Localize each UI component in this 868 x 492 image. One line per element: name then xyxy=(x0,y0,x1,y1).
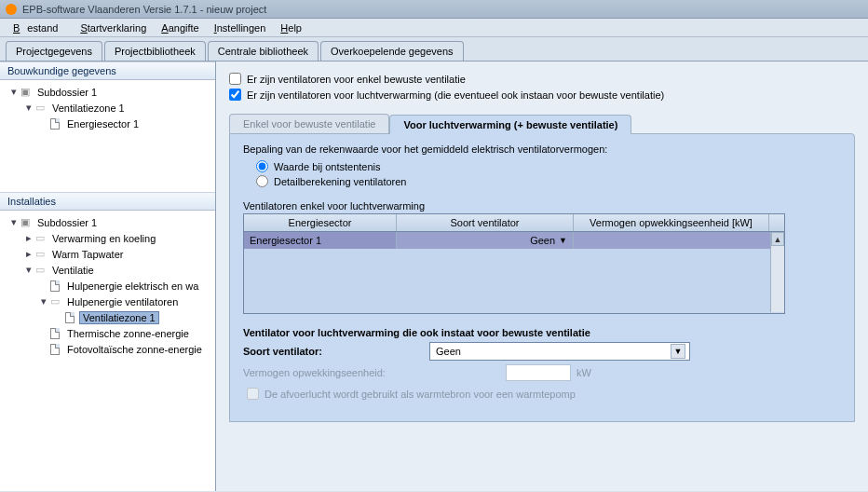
sub-tabstrip: Enkel voor bewuste ventilatie Voor lucht… xyxy=(229,114,855,133)
tree-collapse-icon[interactable]: ▾ xyxy=(24,102,34,114)
tree-collapse-icon[interactable]: ▾ xyxy=(24,264,34,276)
tree-collapse-icon[interactable]: ▾ xyxy=(9,216,19,228)
folder-icon: ▭ xyxy=(34,233,47,244)
tree-node-warm-tapwater[interactable]: ▸ ▭ Warm Tapwater xyxy=(4,246,211,262)
dropdown-arrow-icon[interactable]: ▼ xyxy=(559,236,567,245)
ventilatoren-table: Energiesector Soort ventilator Vermogen … xyxy=(243,213,785,314)
tree-node-hulp-elektrisch[interactable]: Hulpenergie elektrisch en wa xyxy=(4,278,211,294)
menu-aangifte[interactable]: Aangifte xyxy=(154,20,206,35)
document-icon xyxy=(63,312,76,323)
menu-help[interactable]: Help xyxy=(273,20,309,35)
tab-projectgegevens[interactable]: Projectgegevens xyxy=(6,41,102,61)
document-icon xyxy=(48,344,61,355)
cell-soort-ventilator[interactable]: Geen ▼ xyxy=(397,232,574,249)
panel-header-installaties: Installaties xyxy=(0,192,215,211)
tab-overkoepelende-gegevens[interactable]: Overkoepelende gegevens xyxy=(320,41,463,61)
radio-waarde-ontstentenis[interactable]: Waarde bij ontstentenis xyxy=(243,160,841,172)
app-icon xyxy=(6,4,17,15)
table-row[interactable]: Energiesector 1 Geen ▼ xyxy=(244,232,784,249)
folder-icon: ▭ xyxy=(48,296,61,308)
tree-bouwkundige: ▾ ▣ Subdossier 1 ▾ ▭ Ventilatiezone 1 En… xyxy=(0,80,215,192)
panel-header-bouwkundige: Bouwkundige gegevens xyxy=(0,62,215,80)
folder-icon: ▣ xyxy=(19,87,32,98)
tree-node-verwarming[interactable]: ▸ ▭ Verwarming en koeling xyxy=(4,230,211,246)
folder-icon: ▭ xyxy=(34,102,47,114)
label-soort-ventilator: Soort ventilator: xyxy=(243,346,429,357)
tree-node-subdossier1-b[interactable]: ▾ ▣ Subdossier 1 xyxy=(4,214,211,230)
checkbox-enkel-bewuste-input[interactable] xyxy=(229,73,241,85)
th-energiesector[interactable]: Energiesector xyxy=(244,214,397,231)
scroll-up-icon[interactable]: ▲ xyxy=(771,232,784,246)
checkbox-luchtverwarming-input[interactable] xyxy=(229,89,241,101)
checkbox-luchtverwarming[interactable]: Er zijn ventilatoren voor luchtverwarmin… xyxy=(229,89,855,101)
tree-collapse-icon[interactable]: ▾ xyxy=(39,295,48,308)
selected-tree-label: Ventilatiezone 1 xyxy=(79,311,159,324)
checkbox-afvoerlucht-input xyxy=(247,388,259,400)
tree-node-subdossier1[interactable]: ▾ ▣ Subdossier 1 xyxy=(4,84,211,100)
input-vermogen[interactable] xyxy=(506,364,571,381)
tab-centrale-bibliotheek[interactable]: Centrale bibliotheek xyxy=(208,41,319,61)
folder-icon: ▭ xyxy=(34,249,47,260)
table-header: Energiesector Soort ventilator Vermogen … xyxy=(244,214,784,232)
cell-energiesector: Energiesector 1 xyxy=(244,232,397,249)
menu-instellingen[interactable]: Instellingen xyxy=(207,20,274,35)
section-title-ventilator-bewuste: Ventilator voor luchtverwarming die ook … xyxy=(243,327,841,338)
document-icon xyxy=(48,118,61,130)
folder-icon: ▭ xyxy=(34,265,47,276)
folder-icon: ▣ xyxy=(19,217,32,228)
main-tabstrip: Projectgegevens Projectbibliotheek Centr… xyxy=(0,37,868,61)
heading-bepaling: Bepaling van de rekenwaarde voor het gem… xyxy=(243,144,841,155)
subpanel-luchtverwarming: Bepaling van de rekenwaarde voor het gem… xyxy=(229,133,855,422)
tree-node-fotovoltaische[interactable]: Fotovoltaïsche zonne-energie xyxy=(4,341,211,357)
subtab-luchtverwarming[interactable]: Voor luchtverwarming (+ bewuste ventilat… xyxy=(389,115,631,134)
radio-detailberekening[interactable]: Detailberekening ventilatoren xyxy=(243,175,841,187)
tree-node-ventilatie[interactable]: ▾ ▭ Ventilatie xyxy=(4,262,211,278)
menu-bestand[interactable]: Bestand xyxy=(6,20,73,35)
radio-waarde-ontstentenis-input[interactable] xyxy=(256,160,268,172)
th-scroll-gap xyxy=(769,214,784,231)
document-icon xyxy=(48,280,61,292)
checkbox-enkel-bewuste[interactable]: Er zijn ventilatoren voor enkel bewuste … xyxy=(229,73,855,85)
th-soort-ventilator[interactable]: Soort ventilator xyxy=(397,214,574,231)
radio-detailberekening-input[interactable] xyxy=(256,175,268,187)
tree-node-energiesector1[interactable]: Energiesector 1 xyxy=(4,116,211,131)
tree-expand-icon[interactable]: ▸ xyxy=(24,232,34,244)
section-title-ventilatoren: Ventilatoren enkel voor luchtverwarming xyxy=(243,200,841,212)
tab-projectbibliotheek[interactable]: Projectbibliotheek xyxy=(104,41,206,61)
subtab-enkel-bewuste[interactable]: Enkel voor bewuste ventilatie xyxy=(229,114,389,133)
unit-kw: kW xyxy=(576,367,591,378)
tree-node-ventilatiezone1[interactable]: ▾ ▭ Ventilatiezone 1 xyxy=(4,100,211,116)
cell-vermogen xyxy=(574,232,784,249)
checkbox-afvoerlucht: De afvoerlucht wordt gebruikt als warmte… xyxy=(243,385,841,403)
tree-installaties: ▾ ▣ Subdossier 1 ▸ ▭ Verwarming en koeli… xyxy=(0,211,215,491)
window-titlebar: EPB-software Vlaanderen Versie 1.7.1 - n… xyxy=(0,0,868,19)
dropdown-arrow-icon[interactable]: ▼ xyxy=(671,344,685,359)
tree-expand-icon[interactable]: ▸ xyxy=(24,248,34,260)
table-scrollbar[interactable]: ▲ xyxy=(770,232,784,312)
document-icon xyxy=(48,328,61,339)
tree-collapse-icon[interactable]: ▾ xyxy=(9,86,19,98)
window-title: EPB-software Vlaanderen Versie 1.7.1 - n… xyxy=(22,4,266,15)
tree-node-thermische[interactable]: Thermische zonne-energie xyxy=(4,325,211,341)
menu-startverklaring[interactable]: Startverklaring xyxy=(73,20,154,35)
tree-node-ventilatiezone1-b[interactable]: Ventilatiezone 1 xyxy=(4,309,211,325)
label-vermogen: Vermogen opwekkingseenheid: xyxy=(243,367,429,378)
tree-node-hulp-ventilatoren[interactable]: ▾ ▭ Hulpenergie ventilatoren xyxy=(4,294,211,309)
th-vermogen[interactable]: Vermogen opwekkingseenheid [kW] xyxy=(574,214,769,231)
menubar: Bestand Startverklaring Aangifte Instell… xyxy=(0,19,868,37)
select-soort-ventilator[interactable]: Geen ▼ xyxy=(429,342,690,361)
